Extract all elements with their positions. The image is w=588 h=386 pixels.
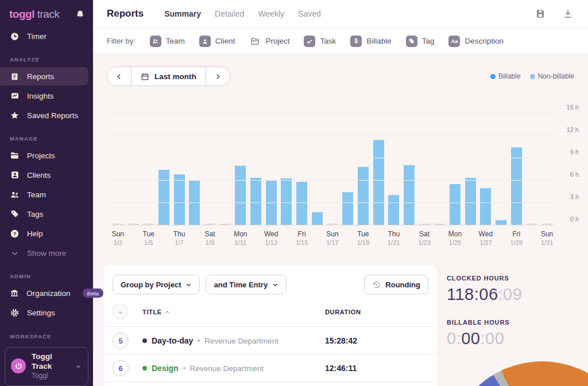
section-title-workspace: WORKSPACE [0, 323, 93, 344]
sidebar-item-saved-reports[interactable]: Saved Reports [0, 106, 93, 124]
column-header-title[interactable]: TITLE [142, 309, 325, 315]
table-row[interactable]: 6 Design Revenue Department 12:46:11 [103, 354, 438, 382]
sidebar: toggl track Timer ANALYZE Reports Insigh… [0, 0, 93, 386]
x-label: Mon1/11 [233, 230, 249, 246]
star-icon [10, 111, 20, 120]
sidebar-item-show-more[interactable]: Show more [0, 244, 93, 262]
project-title: Design [152, 364, 179, 373]
summary-table-card: Group by Project and Time Entry Rounding [103, 266, 438, 386]
filter-by-label: Filter by: [107, 37, 136, 45]
bar-1/11 [235, 166, 246, 225]
timer-clock-icon [10, 32, 20, 41]
sidebar-item-help[interactable]: ? Help [0, 224, 93, 243]
x-label: Fri1/29 [509, 230, 524, 246]
sidebar-item-tags[interactable]: Tags [0, 205, 93, 223]
bar-1/27 [480, 188, 491, 225]
team-icon [10, 190, 20, 200]
filter-team[interactable]: Team [150, 36, 185, 47]
toggl-logo: toggl track [9, 8, 59, 21]
x-label [401, 230, 417, 246]
expand-all-button[interactable] [113, 305, 127, 319]
bar-1/18 [342, 192, 353, 225]
folder-icon [10, 151, 20, 161]
gear-icon [10, 308, 20, 318]
bar-1/16 [312, 212, 323, 225]
filter-client[interactable]: Client [199, 36, 235, 47]
description-filter-icon: Aa [448, 36, 460, 47]
x-label [524, 230, 540, 246]
bar-1/22 [404, 165, 415, 225]
workspace-org: Toggl [32, 372, 69, 380]
tab-detailed[interactable]: Detailed [215, 9, 244, 18]
project-title: Day-to-day [152, 336, 193, 345]
main-area: Reports Summary Detailed Weekly Saved Fi… [93, 0, 588, 386]
entry-count-badge[interactable]: 6 [113, 360, 129, 376]
sidebar-item-projects[interactable]: Projects [0, 146, 93, 165]
date-range-button[interactable]: Last month [131, 67, 206, 85]
next-period-button[interactable] [206, 67, 230, 85]
group-by-dropdown[interactable]: Group by Project [113, 275, 200, 294]
billable-hours-value: 0:00:00 [447, 329, 588, 348]
gridline [110, 225, 555, 225]
tab-weekly[interactable]: Weekly [258, 9, 284, 18]
client-card-icon [10, 170, 20, 180]
filter-billable[interactable]: $ Billable [350, 36, 392, 47]
project-color-dot [142, 338, 147, 343]
legend-billable[interactable]: Billable [490, 72, 521, 80]
entry-count-badge[interactable]: 5 [113, 333, 129, 349]
notifications-bell-icon[interactable] [75, 10, 85, 20]
y-tick: 0 h [570, 216, 579, 223]
bar-1/7 [174, 174, 185, 225]
project-filter-icon [249, 36, 261, 47]
bar-1/6 [158, 170, 169, 225]
x-label [310, 230, 325, 246]
x-label: Thu1/7 [172, 230, 187, 246]
bar-1/15 [296, 182, 307, 225]
sidebar-item-settings[interactable]: Settings [0, 303, 93, 322]
sidebar-item-team[interactable]: Team [0, 185, 93, 204]
x-label: Sun1/3 [110, 230, 126, 246]
x-label [248, 230, 264, 246]
column-header-duration[interactable]: DURATION [325, 309, 428, 315]
x-label: Sat1/9 [202, 230, 218, 246]
section-title-admin: ADMIN [0, 263, 93, 283]
gridline [110, 113, 555, 114]
legend-non-billable[interactable]: Non-billable [530, 72, 574, 80]
duration-value: 12:46:11 [325, 364, 428, 373]
filter-tag[interactable]: Tag [406, 36, 435, 47]
client-name: Revenue Department [190, 364, 264, 373]
prev-period-button[interactable] [107, 67, 131, 85]
x-label: Tue1/19 [355, 230, 371, 246]
tab-summary[interactable]: Summary [164, 9, 201, 18]
sidebar-item-organization[interactable]: Organization Beta [0, 284, 93, 302]
sidebar-item-reports[interactable]: Reports [0, 67, 88, 85]
download-icon[interactable] [563, 9, 573, 19]
x-label: Mon1/25 [447, 230, 463, 246]
x-label [187, 230, 202, 246]
sidebar-item-timer[interactable]: Timer [0, 27, 93, 45]
sidebar-item-clients[interactable]: Clients [0, 166, 93, 184]
sub-group-dropdown[interactable]: and Time Entry [206, 275, 287, 294]
x-label [279, 230, 295, 246]
table-row[interactable]: 5 Day-to-day Revenue Department 15:28:42 [103, 327, 438, 354]
billable-hours-label: BILLABLE HOURS [447, 319, 588, 326]
reports-icon [10, 72, 20, 81]
rounding-button[interactable]: Rounding [364, 275, 428, 294]
filter-project[interactable]: Project [249, 36, 289, 47]
bar-1/20 [373, 140, 384, 225]
x-label [463, 230, 478, 246]
save-report-icon[interactable] [535, 9, 546, 19]
tag-filter-icon [406, 36, 417, 47]
bar-1/19 [358, 167, 369, 225]
filter-task[interactable]: Task [304, 36, 336, 47]
filter-description[interactable]: Aa Description [448, 36, 504, 47]
table-header: TITLE DURATION [103, 301, 438, 327]
workspace-selector[interactable]: Toggl Track Toggl [5, 347, 88, 386]
y-tick: 9 h [570, 149, 579, 155]
billable-filter-icon: $ [350, 36, 362, 47]
sidebar-item-insights[interactable]: Insights [0, 87, 93, 105]
tab-saved[interactable]: Saved [298, 9, 321, 18]
separator-dot [183, 367, 185, 369]
chart-legend: Billable Non-billable [490, 72, 574, 80]
page-title: Reports [107, 8, 144, 20]
